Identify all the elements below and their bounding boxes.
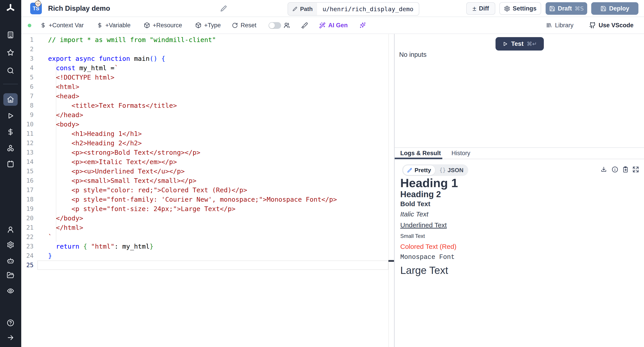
rendered-mono-text: Monospace Font — [400, 253, 570, 261]
windmill-logo-icon[interactable] — [5, 3, 16, 14]
play-icon — [7, 112, 14, 120]
tab-history[interactable]: History — [452, 150, 470, 157]
code-line[interactable]: 19 <p style="font-size: 24px;">Large Tex… — [21, 204, 394, 214]
rendered-h1-text: Heading 1 — [400, 177, 570, 189]
rendered-small-text: Small Text — [400, 233, 570, 240]
deploy-button[interactable]: Deploy — [591, 2, 638, 15]
code-line[interactable]: 2 — [21, 44, 394, 54]
expand-icon[interactable] — [632, 166, 639, 173]
info-icon[interactable] — [612, 166, 618, 173]
sidebar-item-folders[interactable] — [5, 270, 16, 280]
ai-gen-button[interactable]: AI Gen — [319, 17, 348, 34]
add-variable-button[interactable]: +Variable — [97, 17, 130, 34]
add-type-button[interactable]: +Type — [195, 17, 221, 34]
add-context-var-button[interactable]: +Context Var — [40, 17, 84, 34]
header-bar: TS Rich Display demo Path u/henri/rich_d… — [21, 0, 644, 17]
line-number: 6 — [21, 82, 34, 92]
pretty-view-button[interactable]: Pretty — [403, 165, 435, 175]
calendar-icon — [7, 160, 14, 168]
add-resource-button[interactable]: +Resource — [144, 17, 182, 34]
line-number: 3 — [21, 54, 34, 63]
code-line[interactable]: 21 </html> — [21, 223, 394, 232]
sidebar-item-runs[interactable] — [5, 110, 16, 121]
line-number: 11 — [21, 129, 34, 138]
code-editor[interactable]: 1// import * as wmill from "windmill-cli… — [21, 34, 394, 347]
sidebar-item-schedules[interactable] — [5, 158, 16, 169]
sidebar-item-favorites[interactable] — [5, 47, 16, 58]
rendered-underline-text: Underlined Text — [400, 221, 570, 230]
sidebar-item-search[interactable] — [5, 65, 16, 76]
sidebar-item-collapse[interactable] — [5, 332, 16, 343]
code-line[interactable]: 7 <head> — [21, 92, 394, 101]
draft-button[interactable]: Draft ⌘S — [546, 2, 587, 15]
tab-logs-result[interactable]: Logs & Result — [400, 150, 441, 157]
code-line[interactable]: 14 <p><em>Italic Text</em></p> — [21, 157, 394, 166]
sidebar-item-home[interactable] — [3, 93, 18, 106]
code-line[interactable]: 1// import * as wmill from "windmill-cli… — [21, 35, 394, 44]
code-line[interactable]: 23 return { "html": my_html} — [21, 242, 394, 251]
editor-toolbar: +Context Var +Variable +Resource +Type R… — [21, 17, 644, 34]
code-line[interactable]: 5 <!DOCTYPE html> — [21, 73, 394, 82]
code-line[interactable]: 9 </head> — [21, 110, 394, 120]
code-line[interactable]: 25 — [21, 260, 394, 270]
horizontal-divider — [395, 147, 644, 148]
user-emoji-badge — [34, 0, 42, 8]
code-line[interactable]: 8 <title>Text Formats</title> — [21, 101, 394, 110]
code-line[interactable]: 4 const my_html =` — [21, 63, 394, 73]
library-button[interactable]: Library — [546, 17, 574, 34]
library-icon — [546, 22, 552, 28]
code-line[interactable]: 11 <h1>Heading 1</h1> — [21, 129, 394, 138]
code-text: <body> — [48, 120, 80, 129]
page-title: Rich Display demo — [48, 0, 110, 17]
edit-title-pencil-icon[interactable] — [220, 5, 227, 12]
magic-wand-icon — [319, 22, 326, 28]
code-line[interactable]: 13 <p><strong>Bold Text</strong></p> — [21, 148, 394, 157]
sidebar-item-workspace[interactable] — [5, 30, 16, 40]
package-icon — [195, 22, 202, 28]
line-number: 13 — [21, 148, 34, 157]
code-text: export async function main() { — [48, 54, 165, 63]
code-line[interactable]: 15 <p><u>Underlined Text</u></p> — [21, 166, 394, 176]
code-line[interactable]: 22` — [21, 232, 394, 242]
test-button[interactable]: Test ⌘↵ — [496, 37, 544, 50]
sidebar-item-audit-logs[interactable] — [5, 286, 16, 296]
no-inputs-text: No inputs — [399, 51, 427, 58]
sidebar-item-settings[interactable] — [5, 240, 16, 250]
rendered-italic-text: Italic Text — [400, 210, 570, 218]
code-line[interactable]: 10 <body> — [21, 120, 394, 129]
sidebar-item-help[interactable] — [5, 318, 16, 328]
settings-button[interactable]: Settings — [499, 2, 541, 15]
sidebar-item-workers[interactable] — [5, 255, 16, 266]
code-line[interactable]: 24} — [21, 251, 394, 260]
code-line[interactable]: 12 <h2>Heading 2</h2> — [21, 138, 394, 148]
code-line[interactable]: 16 <p><small>Small Text</small></p> — [21, 176, 394, 185]
users-icon[interactable] — [283, 17, 290, 34]
code-text: <h2>Heading 2</h2> — [48, 138, 142, 148]
path-field[interactable]: Path u/henri/rich_display_demo — [288, 2, 419, 16]
plus-minus-icon: ± — [472, 5, 476, 12]
package-icon — [144, 22, 150, 28]
windmill-script-editor: TS Rich Display demo Path u/henri/rich_d… — [0, 0, 644, 347]
line-number: 20 — [21, 214, 34, 223]
sidebar-item-users[interactable] — [5, 224, 16, 235]
diff-button[interactable]: ± Diff — [466, 2, 495, 15]
use-vscode-button[interactable]: Use VScode — [589, 17, 634, 34]
code-line[interactable]: 6 <html> — [21, 82, 394, 92]
code-line[interactable]: 18 <p style="font-family: 'Courier New',… — [21, 195, 394, 204]
sidebar-item-variables[interactable] — [5, 126, 16, 137]
github-icon — [589, 22, 596, 28]
sidebar-item-resources[interactable] — [5, 143, 16, 154]
code-line[interactable]: 17 <p style="color: red;">Colored Text (… — [21, 185, 394, 195]
code-text: <p><strong>Bold Text</strong></p> — [48, 148, 200, 157]
json-view-button[interactable]: {} JSON — [435, 167, 468, 174]
line-number: 10 — [21, 120, 34, 129]
path-value: u/henri/rich_display_demo — [317, 3, 418, 15]
ai-sparkles-icon[interactable] — [359, 17, 366, 34]
copy-result-icon[interactable] — [622, 166, 629, 173]
assistant-toggle[interactable] — [268, 22, 281, 29]
download-icon[interactable] — [600, 166, 607, 173]
reset-button[interactable]: Reset — [232, 17, 256, 34]
code-line[interactable]: 20 </body> — [21, 214, 394, 223]
code-line[interactable]: 3export async function main() { — [21, 54, 394, 63]
format-brush-icon[interactable] — [301, 17, 308, 34]
